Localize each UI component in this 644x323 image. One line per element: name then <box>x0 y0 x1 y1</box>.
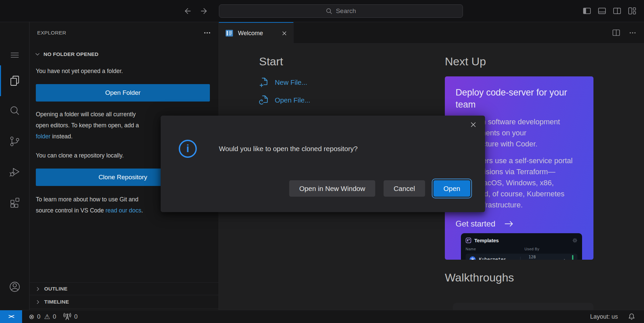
tab-bar: Welcome <box>219 22 644 44</box>
remote-icon: >< <box>8 313 14 320</box>
arrow-left-icon <box>183 7 192 15</box>
toggle-secondary-sidebar-icon[interactable] <box>613 6 622 15</box>
account-icon <box>8 280 21 293</box>
dialog-message: Would you like to open the cloned reposi… <box>219 145 357 153</box>
account-button[interactable] <box>0 275 29 299</box>
templates-columns: Name Used By <box>466 247 577 251</box>
keyboard-layout-indicator[interactable]: Layout: us <box>590 313 618 320</box>
error-icon: ⊗ <box>29 313 34 320</box>
start-list: New File... Open File... <box>259 73 420 109</box>
bell-icon[interactable] <box>628 313 635 320</box>
warning-icon: ⚠ <box>44 313 50 320</box>
editor-actions <box>612 22 637 44</box>
coder-logo-icon <box>466 238 471 243</box>
next-up-heading: Next Up <box>445 55 599 68</box>
files-icon <box>9 75 21 87</box>
new-file-icon <box>259 77 269 87</box>
search-input[interactable]: Search <box>219 4 463 18</box>
ports-count: 0 <box>74 313 78 320</box>
card-title: Deploy code-server for your team <box>456 86 581 111</box>
search-icon <box>326 8 332 14</box>
templates-preview-image: Templates Name Used By <box>461 233 582 260</box>
ports-indicator[interactable]: 0 <box>63 313 78 321</box>
tab-welcome[interactable]: Welcome <box>219 22 294 44</box>
warning-count: 0 <box>53 313 56 320</box>
magnifier-icon <box>9 105 21 117</box>
open-repository-dialog: i Would you like to open the cloned repo… <box>161 116 485 212</box>
radio-tower-icon <box>63 313 72 321</box>
extensions-icon <box>9 196 21 208</box>
title-bar: Search <box>0 0 644 22</box>
welcome-tab-icon <box>225 29 234 38</box>
read-docs-link[interactable]: read our docs <box>105 207 141 214</box>
start-section: Start New File... Open File... <box>259 44 420 109</box>
dialog-buttons: Open in New Window Cancel Open <box>289 180 470 197</box>
chevron-down-icon <box>34 51 41 57</box>
section-outline[interactable]: OUTLINE <box>30 282 219 295</box>
dialog-body: i Would you like to open the cloned repo… <box>179 140 357 158</box>
section-no-folder-opened[interactable]: NO FOLDER OPENED <box>30 48 219 60</box>
git-branch-icon <box>9 135 21 147</box>
empty-folder-text: You have not yet opened a folder. <box>36 66 210 77</box>
remote-indicator[interactable]: >< <box>0 310 22 323</box>
customize-layout-icon[interactable] <box>628 6 637 15</box>
gear-icon <box>572 238 577 243</box>
more-actions-icon[interactable] <box>203 29 211 37</box>
activity-bar <box>0 22 29 310</box>
walkthroughs-heading: Walkthroughs <box>445 271 599 284</box>
new-file-link[interactable]: New File... <box>259 73 420 91</box>
split-editor-icon[interactable] <box>612 28 621 37</box>
tab-label: Welcome <box>238 30 263 37</box>
tab-close-icon[interactable] <box>281 30 287 36</box>
open-folder-button[interactable]: Open Folder <box>36 84 210 102</box>
sidebar-item-source-control[interactable] <box>0 129 29 153</box>
sidebar-item-search[interactable] <box>0 99 29 123</box>
cancel-button[interactable]: Cancel <box>384 180 425 197</box>
section-timeline[interactable]: TIMELINE <box>30 295 219 309</box>
nav-forward-button[interactable] <box>199 6 209 16</box>
close-icon[interactable] <box>470 121 477 128</box>
sidebar-title: EXPLORER <box>37 30 66 36</box>
status-right: Layout: us <box>590 313 635 320</box>
error-count: 0 <box>37 313 41 320</box>
nav-back-button[interactable] <box>183 6 192 16</box>
divider <box>520 257 520 260</box>
layout-controls <box>582 6 637 15</box>
chevron-right-icon: › <box>564 257 565 260</box>
toggle-panel-icon[interactable] <box>597 6 607 15</box>
vscode-window: Search <box>0 0 644 323</box>
open-file-icon <box>259 95 269 105</box>
walkthrough-card-partial[interactable] <box>453 303 593 310</box>
sidebar-header: EXPLORER <box>30 22 219 44</box>
arrow-right-icon <box>200 7 209 15</box>
more-actions-icon[interactable] <box>629 29 637 37</box>
info-icon: i <box>179 140 197 158</box>
section-label: NO FOLDER OPENED <box>44 51 98 57</box>
debug-icon <box>9 166 21 178</box>
search-placeholder: Search <box>336 7 356 15</box>
sidebar-item-explorer[interactable] <box>0 69 29 93</box>
get-started-link[interactable]: Get started <box>456 219 593 229</box>
start-heading: Start <box>259 55 420 68</box>
chevron-right-icon <box>35 299 41 305</box>
hamburger-menu-icon <box>9 49 20 61</box>
problems-indicator[interactable]: ⊗ 0 ⚠ 0 <box>29 313 56 320</box>
add-folder-link[interactable]: folder <box>36 133 51 140</box>
status-bar: >< ⊗ 0 ⚠ 0 0 Layout: us <box>0 310 644 323</box>
template-row-kubernetes: Kubernetes 128 developers › <box>466 254 577 260</box>
templates-header: Templates <box>466 238 577 243</box>
sidebar-item-run-debug[interactable] <box>0 160 29 184</box>
open-file-link[interactable]: Open File... <box>259 91 420 109</box>
arrow-right-icon <box>504 220 514 228</box>
kubernetes-icon <box>470 256 476 260</box>
status-bar-green <box>572 255 573 260</box>
open-in-new-window-button[interactable]: Open in New Window <box>289 180 375 197</box>
sidebar-item-extensions[interactable] <box>0 190 29 214</box>
toggle-primary-sidebar-icon[interactable] <box>582 6 591 15</box>
chevron-right-icon <box>35 286 41 292</box>
menu-button[interactable] <box>0 43 29 67</box>
open-button[interactable]: Open <box>433 180 470 197</box>
